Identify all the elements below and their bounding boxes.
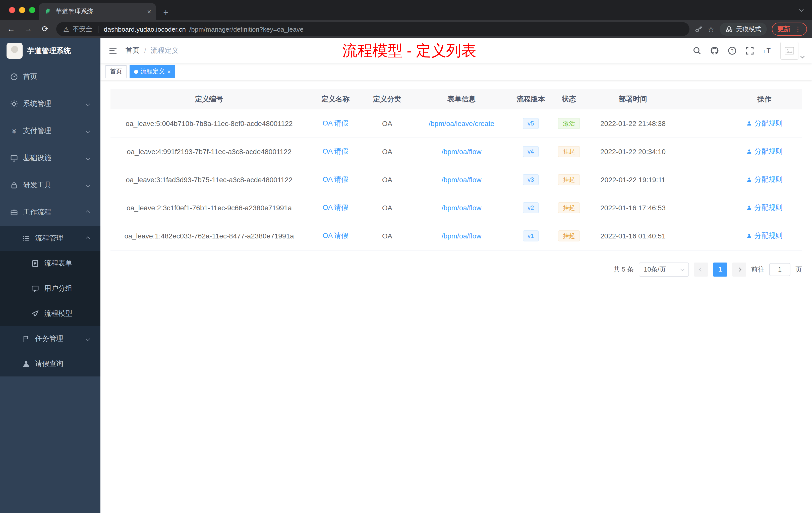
definition-name-link[interactable]: OA 请假 bbox=[323, 232, 348, 239]
form-info-link[interactable]: /bpm/oa/flow bbox=[442, 176, 482, 184]
form-info-link[interactable]: /bpm/oa/flow bbox=[442, 148, 482, 156]
goto-page-input[interactable] bbox=[769, 263, 790, 276]
gear-icon bbox=[10, 100, 18, 108]
page-number-button[interactable]: 1 bbox=[713, 262, 727, 276]
list-icon bbox=[22, 234, 30, 242]
definition-name-link[interactable]: OA 请假 bbox=[323, 119, 348, 127]
table-row[interactable]: oa_leave:4:991f2193-7b7f-11ec-a3c8-acde4… bbox=[111, 138, 802, 165]
browser-update-button[interactable]: 更新 ⋮ bbox=[772, 23, 807, 36]
version-tag: v2 bbox=[522, 202, 539, 213]
briefcase-icon bbox=[10, 208, 18, 216]
definition-name-link[interactable]: OA 请假 bbox=[323, 203, 348, 211]
assign-rule-link[interactable]: 分配规则 bbox=[747, 175, 783, 184]
window-close-button[interactable] bbox=[9, 7, 15, 13]
table-row[interactable]: oa_leave:5:004b710b-7b8a-11ec-8ef0-acde4… bbox=[111, 110, 802, 138]
table-row[interactable]: oa_leave:2:3c1f0ef1-76b1-11ec-9c66-a2380… bbox=[111, 194, 802, 222]
user-menu[interactable] bbox=[780, 42, 804, 60]
omnibox-divider bbox=[98, 26, 98, 33]
status-tag: 激活 bbox=[558, 118, 580, 129]
sidebar-item-process-management[interactable]: 流程管理 bbox=[0, 226, 100, 251]
prev-page-button[interactable] bbox=[694, 262, 708, 276]
cell-deploy-time: 2022-01-22 21:48:38 bbox=[588, 110, 678, 138]
sidebar-item-label: 任务管理 bbox=[35, 334, 81, 343]
chevron-down-icon bbox=[86, 337, 90, 341]
form-info-link[interactable]: /bpm/oa/flow bbox=[442, 204, 482, 212]
search-icon[interactable] bbox=[693, 46, 701, 55]
table-row[interactable]: oa_leave:3:1fad3d93-7b75-11ec-a3c8-acde4… bbox=[111, 165, 802, 194]
top-navbar: 首页 / 流程定义 流程模型 - 定义列表 ? bbox=[100, 38, 812, 63]
sidebar-item-label: 系统管理 bbox=[23, 99, 81, 109]
flag-icon bbox=[22, 335, 30, 343]
sidebar-item-infrastructure[interactable]: 基础设施 bbox=[0, 145, 100, 172]
browser-toolbar: ← → ⟳ ⚠ 不安全 dashboard.yudao.iocoder.cn/b… bbox=[0, 20, 812, 38]
back-button[interactable]: ← bbox=[5, 25, 17, 33]
window-minimize-button[interactable] bbox=[19, 7, 25, 13]
tag-home[interactable]: 首页 bbox=[106, 65, 126, 78]
definition-name-link[interactable]: OA 请假 bbox=[323, 175, 348, 183]
sidebar-item-user-group[interactable]: 用户分组 bbox=[0, 276, 100, 301]
reload-button[interactable]: ⟳ bbox=[39, 25, 51, 33]
sidebar-item-label: 请假查询 bbox=[35, 359, 90, 368]
sidebar-item-label: 流程模型 bbox=[44, 309, 90, 318]
tab-search-chevron-icon[interactable] bbox=[800, 7, 804, 12]
help-icon[interactable]: ? bbox=[728, 46, 737, 55]
sidebar-item-home[interactable]: 首页 bbox=[0, 63, 100, 90]
form-info-link[interactable]: /bpm/oa/flow bbox=[442, 232, 482, 240]
user-icon bbox=[22, 360, 30, 368]
assign-rule-link[interactable]: 分配规则 bbox=[747, 119, 783, 128]
address-bar[interactable]: ⚠ 不安全 dashboard.yudao.iocoder.cn/bpm/man… bbox=[56, 22, 689, 36]
browser-menu-kebab-icon[interactable]: ⋮ bbox=[794, 25, 802, 33]
tag-close-icon[interactable]: × bbox=[167, 68, 171, 74]
next-page-button[interactable] bbox=[732, 262, 746, 276]
table-row[interactable]: oa_leave:1:482ec033-762a-11ec-8477-a2380… bbox=[111, 222, 802, 250]
tab-close-icon[interactable]: × bbox=[147, 7, 151, 16]
sidebar-item-task-management[interactable]: 任务管理 bbox=[0, 326, 100, 351]
sidebar-item-label: 用户分组 bbox=[44, 284, 90, 293]
tag-process-definition[interactable]: 流程定义 × bbox=[129, 65, 175, 78]
font-size-icon[interactable]: TT bbox=[763, 46, 772, 55]
cell-category: OA bbox=[363, 110, 411, 138]
workflow-submenu: 流程管理 流程表单 用户分组 bbox=[0, 226, 100, 376]
chevron-up-icon bbox=[86, 236, 90, 241]
sidebar-item-process-model[interactable]: 流程模型 bbox=[0, 301, 100, 326]
active-tag-dot bbox=[134, 69, 138, 73]
yen-icon: ¥ bbox=[10, 127, 18, 135]
github-icon[interactable] bbox=[710, 46, 719, 55]
sidebar-item-label: 流程管理 bbox=[35, 234, 81, 243]
sidebar-item-system[interactable]: 系统管理 bbox=[0, 90, 100, 117]
sidebar-item-label: 基础设施 bbox=[23, 154, 81, 163]
sidebar-item-payment[interactable]: ¥ 支付管理 bbox=[0, 117, 100, 145]
assign-rule-link[interactable]: 分配规则 bbox=[747, 147, 783, 156]
fullscreen-icon[interactable] bbox=[745, 46, 754, 55]
url-domain: dashboard.yudao.iocoder.cn bbox=[104, 25, 186, 33]
window-zoom-button[interactable] bbox=[29, 7, 35, 13]
assign-rule-link[interactable]: 分配规则 bbox=[747, 203, 783, 212]
sidebar-item-devtools[interactable]: 研发工具 bbox=[0, 172, 100, 199]
definition-name-link[interactable]: OA 请假 bbox=[323, 147, 348, 155]
sidebar-item-leave-query[interactable]: 请假查询 bbox=[0, 351, 100, 376]
password-key-icon[interactable] bbox=[694, 25, 702, 33]
sidebar-logo[interactable]: 芋道管理系统 bbox=[0, 38, 100, 63]
sidebar-toggle-icon[interactable] bbox=[109, 46, 117, 55]
browser-tab[interactable]: 芋道管理系统 × bbox=[39, 3, 156, 20]
page-size-select[interactable]: 10条/页 bbox=[639, 262, 689, 276]
breadcrumb-home[interactable]: 首页 bbox=[125, 46, 140, 55]
chevron-down-icon bbox=[86, 183, 90, 187]
new-tab-button[interactable]: + bbox=[163, 8, 169, 17]
col-actions: 操作 bbox=[727, 89, 802, 110]
forward-button[interactable]: → bbox=[22, 25, 34, 33]
col-deploy-time: 部署时间 bbox=[588, 89, 678, 110]
bookmark-star-icon[interactable]: ☆ bbox=[707, 24, 715, 34]
sidebar-item-label: 工作流程 bbox=[23, 208, 81, 217]
sidebar-item-label: 研发工具 bbox=[23, 181, 81, 190]
version-tag: v4 bbox=[522, 146, 539, 157]
sidebar-item-process-form[interactable]: 流程表单 bbox=[0, 251, 100, 276]
chevron-down-icon bbox=[801, 54, 805, 58]
form-info-link[interactable]: /bpm/oa/leave/create bbox=[429, 119, 494, 127]
sidebar-item-workflow[interactable]: 工作流程 bbox=[0, 199, 100, 226]
dashboard-icon bbox=[10, 73, 18, 81]
cell-deploy-time: 2022-01-22 20:34:10 bbox=[588, 138, 678, 165]
cell-definition-id: oa_leave:4:991f2193-7b7f-11ec-a3c8-acde4… bbox=[111, 138, 308, 165]
assign-rule-link[interactable]: 分配规则 bbox=[747, 232, 783, 240]
breadcrumb-separator: / bbox=[144, 47, 146, 55]
